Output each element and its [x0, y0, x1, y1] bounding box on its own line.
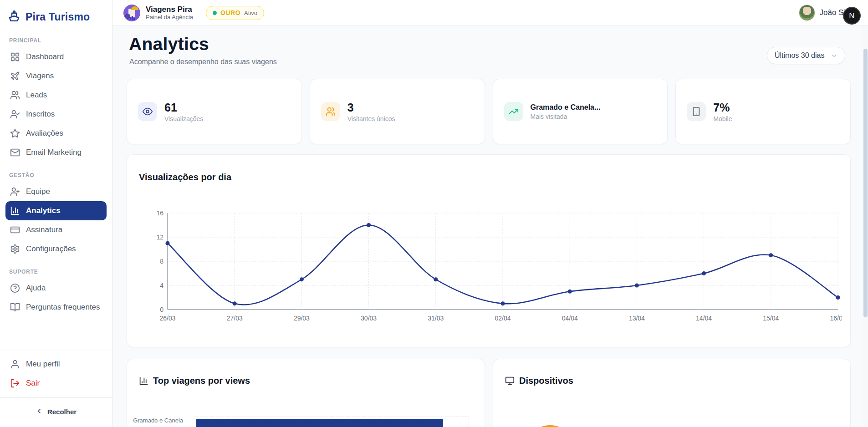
sidebar-item-perguntas-frequentes[interactable]: Perguntas frequentes [5, 298, 107, 317]
sidebar-item-label: Dashboard [26, 52, 64, 61]
svg-text:0: 0 [160, 306, 163, 313]
stat-card-mais-visitada: Gramado e Canela... Mais visitada [493, 79, 668, 144]
sidebar: Pira Turismo PRINCIPAL Dashboard Viagens… [0, 0, 112, 427]
sidebar-item-meu-perfil[interactable]: Meu perfil [5, 355, 107, 374]
sidebar-item-configuracoes[interactable]: Configurações [5, 239, 107, 259]
sidebar-item-label: Meu perfil [26, 360, 60, 369]
devices-title: Dispositivos [505, 376, 573, 386]
svg-text:29/03: 29/03 [294, 315, 310, 322]
user-plus-icon [10, 187, 20, 197]
section-label-gestao: GESTÃO [9, 172, 103, 178]
status-dot [213, 11, 217, 15]
ship-icon [7, 9, 21, 25]
sidebar-item-assinatura[interactable]: Assinatura [5, 220, 107, 239]
stat-label: Mobile [713, 115, 732, 122]
agency-name: Viagens Pira [146, 5, 193, 14]
svg-text:8: 8 [160, 258, 163, 265]
sidebar-item-leads[interactable]: Leads [5, 86, 107, 105]
smartphone-icon [687, 102, 706, 121]
gear-icon [10, 244, 20, 254]
svg-text:27/03: 27/03 [227, 315, 243, 322]
bar-category-label: Gramado e Canela [124, 417, 183, 424]
stat-label: Mais visitada [531, 113, 601, 120]
sidebar-item-label: Configurações [26, 244, 76, 254]
svg-text:15/04: 15/04 [763, 315, 779, 322]
stat-card-visualizacoes: 61 Visualizações [127, 79, 302, 144]
page-title: Analytics [129, 34, 209, 54]
agency-subtitle: Painel da Agência [146, 14, 193, 20]
sidebar-item-label: Ajuda [26, 284, 46, 293]
page-subtitle: Acompanhe o desempenho das suas viagens [129, 58, 277, 66]
sidebar-item-viagens[interactable]: Viagens [5, 66, 107, 86]
svg-text:16/04: 16/04 [830, 315, 842, 322]
chart-bar-shape [133, 18, 135, 20]
bar-chart-icon [10, 206, 20, 216]
top-trips-card: Top viagens por views Gramado e Canela [127, 359, 485, 427]
svg-text:14/04: 14/04 [696, 315, 712, 322]
views-per-day-card: Visualizações por dia 048121626/0327/032… [127, 154, 851, 347]
views-line-chart: 048121626/0327/0329/0330/0331/0302/0404/… [138, 209, 842, 332]
globe-shape [125, 14, 130, 19]
bottom-row: Top viagens por views Gramado e Canela D… [127, 359, 851, 427]
top-trip-bar [196, 419, 443, 427]
scrollbar-thumb[interactable] [863, 49, 868, 317]
star-icon [10, 128, 20, 138]
sidebar-item-label: Sair [26, 379, 40, 388]
bar-chart-icon [139, 376, 148, 386]
chevron-down-icon [831, 52, 837, 59]
brand: Pira Turismo [5, 9, 107, 27]
stat-card-mobile: 7% Mobile [675, 79, 851, 144]
dev-tools-badge[interactable]: N [843, 7, 861, 25]
sidebar-item-sair[interactable]: Sair [5, 374, 107, 393]
sidebar-spacer [5, 317, 107, 345]
section-label-suporte: SUPORTE [9, 269, 103, 275]
svg-text:02/04: 02/04 [495, 315, 511, 322]
svg-text:31/03: 31/03 [428, 315, 444, 322]
svg-text:04/04: 04/04 [562, 315, 578, 322]
sidebar-item-avaliacoes[interactable]: Avaliações [5, 124, 107, 143]
section-label-principal: PRINCIPAL [9, 37, 103, 44]
sidebar-item-analytics[interactable]: Analytics [5, 201, 107, 220]
date-range-select[interactable]: Últimos 30 dias [767, 47, 845, 64]
hbar-plot-area [195, 417, 469, 427]
hard-hat-shape [131, 6, 138, 10]
sidebar-item-dashboard[interactable]: Dashboard [5, 47, 107, 66]
svg-text:4: 4 [160, 282, 163, 289]
dashboard-grid-icon [10, 52, 20, 62]
monitor-icon [505, 376, 515, 386]
sidebar-item-label: Equipe [26, 187, 50, 196]
collapse-sidebar-button[interactable]: Recolher [5, 402, 107, 421]
sidebar-item-label: Perguntas frequentes [26, 303, 100, 312]
stat-value: 61 [164, 101, 203, 114]
devices-donut-chart [525, 425, 575, 427]
credit-card-icon [10, 225, 20, 235]
brand-name: Pira Turismo [26, 11, 90, 23]
user-avatar[interactable] [799, 5, 815, 21]
stat-value: Gramado e Canela... [531, 103, 601, 112]
logout-icon [10, 378, 20, 388]
sidebar-item-ajuda[interactable]: Ajuda [5, 279, 107, 298]
stats-row: 61 Visualizações 3 Visitantes únicos [127, 79, 851, 144]
plan-status: Ativo [244, 10, 257, 16]
devices-card: Dispositivos [493, 359, 851, 427]
scrollbar-track [863, 26, 868, 427]
plan-tier: OURO [220, 9, 240, 16]
sidebar-item-equipe[interactable]: Equipe [5, 182, 107, 201]
svg-text:26/03: 26/03 [159, 315, 175, 322]
help-circle-icon [10, 283, 20, 293]
top-bar: Viagens Pira Painel da Agência OURO Ativ… [112, 0, 868, 26]
chart-bar-shape [132, 16, 133, 20]
agency-text: Viagens Pira Painel da Agência [146, 5, 193, 21]
svg-text:13/04: 13/04 [629, 315, 645, 322]
stat-label: Visitantes únicos [347, 115, 395, 122]
stat-label: Visualizações [164, 115, 203, 122]
stat-value: 7% [713, 101, 732, 114]
app-root: Pira Turismo PRINCIPAL Dashboard Viagens… [0, 0, 868, 427]
sidebar-item-inscritos[interactable]: Inscritos [5, 105, 107, 124]
sidebar-item-email-marketing[interactable]: Email Marketing [5, 143, 107, 162]
user-check-icon [10, 109, 20, 119]
agency-info: Viagens Pira Painel da Agência [123, 5, 193, 21]
trending-up-icon [504, 102, 523, 121]
sidebar-item-label: Viagens [26, 71, 54, 81]
book-open-icon [10, 302, 20, 312]
